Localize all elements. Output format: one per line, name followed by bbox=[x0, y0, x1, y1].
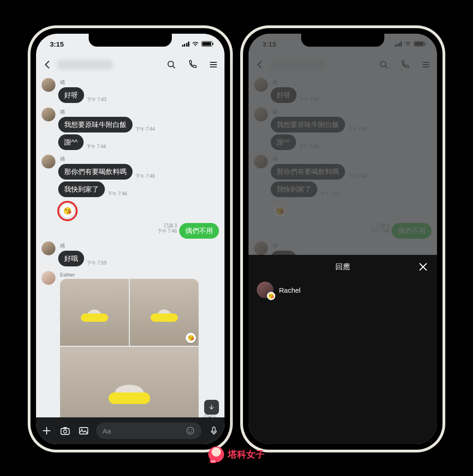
wifi-icon bbox=[192, 41, 199, 47]
svg-rect-3 bbox=[79, 428, 88, 434]
timestamp: 下午 7:44 bbox=[135, 126, 155, 133]
svg-rect-8 bbox=[212, 427, 215, 432]
screen-right: 3:15 靖好呀下午 7:43 靖 bbox=[249, 34, 437, 444]
search-icon[interactable] bbox=[166, 60, 176, 70]
message-bubble[interactable]: 我快到家了 bbox=[58, 181, 105, 197]
phone-right: 3:15 靖好呀下午 7:43 靖 bbox=[240, 25, 445, 452]
reaction-emoji: 😘 bbox=[61, 205, 74, 217]
avatar[interactable] bbox=[42, 241, 55, 255]
timestamp: 下午 7:46 bbox=[108, 191, 127, 197]
battery-icon bbox=[201, 41, 212, 47]
sender-name: 靖 bbox=[60, 108, 65, 115]
sheet-title: 回應 bbox=[335, 262, 350, 272]
message-bubble[interactable]: 那你們有要喝飲料嗎 bbox=[58, 164, 133, 180]
read-status: 已讀 3 bbox=[158, 223, 177, 229]
sender-name: 靖 bbox=[60, 156, 65, 163]
emoji-icon[interactable] bbox=[186, 426, 195, 435]
chat-header bbox=[36, 54, 224, 75]
avatar[interactable] bbox=[42, 78, 55, 92]
scroll-to-bottom-button[interactable] bbox=[204, 400, 219, 415]
timestamp: 下午 7:43 bbox=[87, 96, 106, 103]
status-time: 3:15 bbox=[50, 40, 64, 48]
image-gallery[interactable]: 😘 bbox=[60, 279, 199, 417]
close-icon[interactable] bbox=[418, 261, 429, 272]
watermark: 塔科女子 bbox=[208, 446, 265, 462]
input-placeholder: Aa bbox=[103, 427, 111, 435]
reaction-emoji: 😘 bbox=[267, 292, 275, 300]
message-input-bar: Aa bbox=[36, 417, 224, 444]
svg-point-4 bbox=[81, 429, 83, 430]
screen-left: 3:15 靖 好呀下 bbox=[36, 34, 224, 444]
svg-point-5 bbox=[187, 428, 194, 434]
watermark-text: 塔科女子 bbox=[228, 448, 265, 461]
message-bubble[interactable]: 好哦 bbox=[58, 251, 84, 266]
message-group-3: 靖 那你們有要喝飲料嗎下午 7:46 我快到家了下午 7:46 bbox=[42, 155, 219, 199]
sender-name: 靖 bbox=[60, 79, 65, 86]
avatar[interactable] bbox=[42, 155, 55, 169]
chat-title-redacted bbox=[57, 60, 113, 70]
sheet-header: 回應 bbox=[249, 255, 437, 279]
message-group-2: 靖 我想要原味牛附白飯下午 7:44 謝^^下午 7:44 bbox=[42, 108, 219, 152]
gallery-image[interactable] bbox=[60, 279, 129, 346]
voice-icon[interactable] bbox=[208, 425, 220, 437]
reaction-chip-highlighted[interactable]: 😘 bbox=[58, 202, 77, 220]
gallery-image[interactable]: 😘 bbox=[130, 279, 199, 346]
menu-icon[interactable] bbox=[209, 60, 218, 70]
back-icon[interactable] bbox=[42, 60, 53, 70]
chat-scroll[interactable]: 靖 好呀下午 7:43 靖 我想要原味牛附白飯下午 7:44 謝^^下午 7:4… bbox=[36, 75, 224, 417]
message-bubble[interactable]: 我想要原味牛附白飯 bbox=[58, 117, 133, 133]
timestamp: 下午 7:44 bbox=[86, 144, 106, 150]
message-group-1: 靖 好呀下午 7:43 bbox=[42, 78, 219, 105]
message-group-5: Esther 😘 bbox=[42, 271, 219, 417]
reaction-user-name: Rachel bbox=[279, 286, 301, 294]
avatar[interactable] bbox=[42, 108, 55, 121]
photo-icon[interactable] bbox=[78, 425, 90, 437]
svg-point-6 bbox=[189, 429, 190, 430]
avatar: 😘 bbox=[257, 282, 273, 298]
gallery-image[interactable] bbox=[60, 347, 199, 417]
timestamp: 下午 7:59 bbox=[87, 260, 106, 266]
message-group-4: 靖 好哦下午 7:59 bbox=[42, 241, 219, 268]
sender-name: Esther bbox=[60, 272, 75, 277]
timestamp: 下午 7:46 bbox=[135, 173, 155, 180]
svg-rect-1 bbox=[61, 428, 69, 434]
message-bubble[interactable]: 好呀 bbox=[58, 87, 84, 103]
reaction-user-row[interactable]: 😘 Rachel bbox=[249, 279, 437, 301]
signal-icon bbox=[182, 42, 190, 47]
camera-icon[interactable] bbox=[59, 425, 71, 437]
phone-left: 3:15 靖 好呀下 bbox=[28, 25, 233, 452]
avatar[interactable] bbox=[42, 271, 55, 285]
message-bubble-out[interactable]: 偶們不用 bbox=[179, 223, 219, 239]
reaction-badge[interactable]: 😘 bbox=[186, 333, 196, 343]
reactions-sheet: 回應 😘 Rachel bbox=[249, 255, 437, 444]
message-bubble[interactable]: 謝^^ bbox=[58, 134, 84, 150]
add-icon[interactable] bbox=[41, 425, 53, 437]
watermark-avatar bbox=[208, 446, 224, 462]
svg-point-2 bbox=[64, 430, 67, 433]
svg-point-7 bbox=[191, 429, 192, 430]
timestamp: 下午 7:46 bbox=[158, 229, 177, 234]
message-input[interactable]: Aa bbox=[96, 422, 201, 439]
message-out-1: 已讀 3下午 7:46 偶們不用 bbox=[42, 223, 219, 239]
call-icon[interactable] bbox=[188, 60, 198, 70]
sender-name: 靖 bbox=[60, 242, 65, 249]
